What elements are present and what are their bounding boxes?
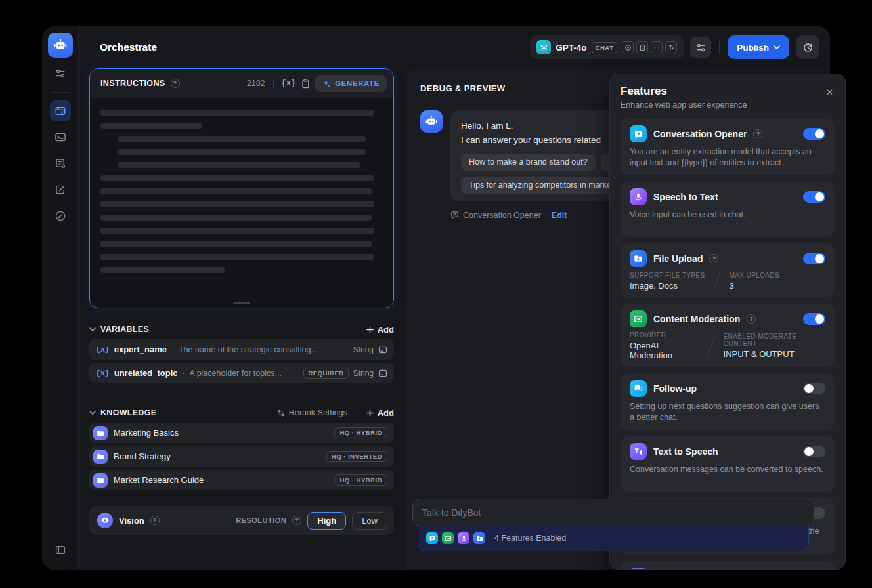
feature-card-content-moderation: Content Moderation PROVIDER OpenAI Moder… bbox=[621, 304, 835, 367]
knowledge-title: KNOWLEDGE bbox=[100, 408, 156, 417]
model-selector[interactable]: GPT-4o CHAT bbox=[530, 35, 684, 59]
app-logo-robot-icon[interactable] bbox=[48, 33, 73, 58]
input-field-icon bbox=[378, 345, 387, 354]
file-upload-toggle[interactable] bbox=[803, 253, 825, 264]
knowledge-badge: HQ · INVERTED bbox=[326, 451, 387, 462]
orchestrate-column: INSTRUCTIONS 2182 {x} GENERATE bbox=[89, 68, 394, 535]
content-moderation-mini-icon bbox=[442, 532, 454, 544]
knowledge-folder-icon bbox=[93, 473, 108, 488]
help-icon[interactable] bbox=[292, 516, 301, 525]
chat-bubble-icon bbox=[450, 211, 459, 219]
feature-description: Conversation messages can be converted t… bbox=[630, 464, 825, 475]
help-icon[interactable] bbox=[150, 516, 160, 525]
features-enabled-bar[interactable]: 4 Features Enabled bbox=[418, 525, 809, 551]
chat-input[interactable] bbox=[422, 507, 804, 518]
version-history-icon[interactable] bbox=[796, 35, 819, 59]
feature-card-file-upload: File Upload SUPPORT FILE TYPES Image, Do… bbox=[621, 243, 835, 297]
feature-card-annotation-reply: Annotation Reply bbox=[621, 561, 835, 570]
chevron-down-icon[interactable] bbox=[89, 327, 96, 331]
redacted-text-line bbox=[100, 201, 374, 207]
resize-handle[interactable] bbox=[233, 302, 250, 304]
help-icon[interactable] bbox=[709, 254, 718, 263]
feature-card-text-to-speech: Text to Speech Conversation messages can… bbox=[621, 436, 835, 492]
collapse-sidebar-icon[interactable] bbox=[50, 539, 71, 560]
copy-clipboard-icon[interactable] bbox=[301, 79, 310, 89]
microphone-icon bbox=[630, 188, 647, 205]
screen: Orchestrate GPT-4o CHAT bbox=[0, 0, 872, 588]
resolution-high-button[interactable]: High bbox=[307, 512, 346, 530]
conversation-opener-toggle[interactable] bbox=[803, 128, 825, 140]
separator-dot: · bbox=[171, 345, 174, 354]
content-moderation-toggle[interactable] bbox=[803, 313, 825, 325]
knowledge-section-header: KNOWLEDGE Rerank Settings Add bbox=[89, 403, 394, 423]
help-icon[interactable] bbox=[171, 79, 180, 88]
help-icon[interactable] bbox=[747, 314, 756, 324]
feature-description: Setting up next questions suggestion can… bbox=[630, 401, 825, 423]
variable-row[interactable]: {x} expert_name · The name of the strate… bbox=[89, 339, 394, 360]
edit-opener-link[interactable]: Edit bbox=[552, 211, 567, 220]
variable-row[interactable]: {x} unrelated_topic · A placeholder for … bbox=[89, 363, 394, 383]
close-icon[interactable]: ✕ bbox=[826, 87, 833, 97]
meta-label: PROVIDER bbox=[630, 331, 699, 339]
suggested-question-chip[interactable]: How to make a brand stand out? bbox=[461, 154, 596, 171]
suggested-question-chip[interactable]: Tips for analyzing competitors in market bbox=[461, 177, 621, 194]
redacted-text-line bbox=[100, 110, 374, 116]
sidebar-item-annotations[interactable] bbox=[50, 179, 71, 200]
header-divider bbox=[357, 408, 357, 417]
knowledge-folder-icon bbox=[93, 450, 108, 464]
redacted-text-line bbox=[100, 241, 372, 247]
generate-button[interactable]: GENERATE bbox=[315, 75, 387, 92]
feature-name: Speech to Text bbox=[653, 192, 718, 202]
features-title: Features bbox=[621, 85, 835, 98]
add-knowledge-button[interactable]: Add bbox=[366, 408, 394, 418]
slash-divider bbox=[713, 272, 720, 291]
help-icon[interactable] bbox=[753, 129, 762, 138]
meta-label: ENABLED MODERATE CONTENT bbox=[724, 333, 825, 347]
meta-value: OpenAI Moderation bbox=[630, 341, 699, 360]
follow-up-toggle[interactable] bbox=[803, 383, 825, 394]
variable-name: expert_name bbox=[114, 345, 167, 354]
sidebar-item-monitoring[interactable] bbox=[50, 205, 71, 226]
chevron-down-icon[interactable] bbox=[89, 411, 96, 415]
variable-type: String bbox=[353, 369, 374, 378]
knowledge-row[interactable]: Market Research Guide HQ · HYBRID bbox=[89, 470, 394, 490]
sidebar-item-terminal[interactable] bbox=[50, 127, 71, 148]
knowledge-row[interactable]: Marketing Basics HQ · HYBRID bbox=[89, 423, 394, 443]
model-params-sliders-icon[interactable] bbox=[690, 37, 711, 58]
chat-input-box[interactable] bbox=[412, 499, 814, 526]
text-to-speech-toggle[interactable] bbox=[803, 446, 825, 457]
header-divider bbox=[273, 79, 274, 88]
instructions-panel: INSTRUCTIONS 2182 {x} GENERATE bbox=[89, 68, 394, 308]
resolution-low-button[interactable]: Low bbox=[352, 512, 387, 530]
add-variable-button[interactable]: Add bbox=[366, 325, 394, 335]
rerank-settings-button[interactable]: Rerank Settings bbox=[276, 408, 347, 417]
insert-variable-icon[interactable]: {x} bbox=[282, 79, 296, 88]
knowledge-row[interactable]: Brand Strategy HQ · INVERTED bbox=[89, 446, 394, 467]
feature-card-follow-up: Follow-up Setting up next questions sugg… bbox=[621, 373, 835, 430]
publish-label: Publish bbox=[737, 43, 769, 52]
feature-name: Text to Speech bbox=[653, 446, 718, 457]
add-label: Add bbox=[378, 408, 394, 418]
sidebar-divider bbox=[51, 92, 70, 93]
publish-button[interactable]: Publish bbox=[728, 35, 789, 59]
meta-value: INPUT & OUTPUT bbox=[724, 349, 825, 359]
feature-description: Voice input can be used in chat. bbox=[630, 209, 825, 220]
variables-title: VARIABLES bbox=[100, 325, 149, 334]
feature-card-conversation-opener: Conversation Opener You are an entity ex… bbox=[621, 119, 835, 175]
settings-sliders-icon[interactable] bbox=[50, 63, 71, 84]
required-badge: REQUIRED bbox=[303, 368, 348, 379]
sidebar-item-logs[interactable] bbox=[50, 153, 71, 174]
opener-label: Conversation Opener bbox=[463, 211, 541, 220]
conversation-opener-icon bbox=[630, 125, 647, 142]
feature-card-speech-to-text: Speech to Text Voice input can be used i… bbox=[621, 182, 835, 237]
speech-to-text-toggle[interactable] bbox=[803, 191, 825, 203]
instructions-editor[interactable] bbox=[90, 98, 393, 307]
plus-icon bbox=[366, 326, 374, 333]
variable-description: A placeholder for topics... bbox=[190, 369, 282, 378]
sidebar-item-orchestrate[interactable] bbox=[50, 100, 71, 121]
rerank-label: Rerank Settings bbox=[289, 408, 347, 417]
feature-name: Follow-up bbox=[653, 383, 697, 394]
eye-icon bbox=[97, 513, 113, 528]
knowledge-name: Marketing Basics bbox=[114, 428, 179, 438]
variable-description: The name of the strategic consulting... bbox=[179, 345, 318, 354]
